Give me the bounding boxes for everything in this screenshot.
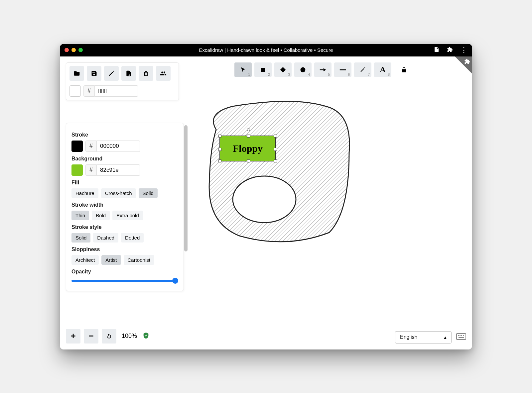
window-traffic-lights — [65, 48, 83, 52]
tool-freedraw[interactable]: 7 — [354, 62, 371, 77]
kebab-menu-icon[interactable]: ⋮ — [460, 46, 467, 54]
fill-solid[interactable]: Solid — [139, 188, 158, 198]
slop-cartoonist[interactable]: Cartoonist — [124, 255, 154, 265]
file-ops-panel: # — [66, 62, 179, 100]
svg-rect-8 — [461, 335, 462, 336]
tool-diamond[interactable]: 3 — [274, 62, 292, 77]
zoom-level: 100% — [122, 333, 137, 340]
svg-point-1 — [300, 67, 305, 72]
minimize-window-button[interactable] — [71, 48, 76, 52]
background-color-input[interactable] — [97, 164, 140, 176]
file-icon[interactable] — [434, 47, 440, 54]
fill-hachure[interactable]: Hachure — [71, 188, 98, 198]
tool-selection[interactable]: 1 — [234, 62, 252, 77]
app-surface: 1 2 3 4 5 6 7 — [60, 56, 472, 349]
slop-architect[interactable]: Architect — [71, 255, 99, 265]
svg-rect-5 — [457, 334, 466, 340]
language-select[interactable]: English ▴ — [395, 331, 452, 344]
close-window-button[interactable] — [65, 48, 69, 52]
chevron-up-icon: ▴ — [444, 334, 447, 341]
svg-point-4 — [233, 176, 296, 223]
selected-element[interactable]: Floppy — [219, 136, 276, 161]
tool-ellipse[interactable]: 4 — [294, 62, 312, 77]
sw-extrabold[interactable]: Extra bold — [112, 211, 143, 220]
canvas[interactable]: Floppy — [186, 93, 359, 250]
shape-toolbar: 1 2 3 4 5 6 7 — [234, 62, 410, 77]
svg-rect-6 — [458, 335, 459, 336]
app-window: Excalidraw | Hand-drawn look & feel • Co… — [60, 44, 472, 349]
save-as-button[interactable] — [104, 66, 119, 81]
tool-rectangle[interactable]: 2 — [254, 62, 272, 77]
export-button[interactable] — [121, 66, 136, 81]
keyboard-shortcuts-icon[interactable] — [456, 333, 466, 342]
element-text: Floppy — [233, 143, 263, 154]
sloppiness-options: Architect Artist Cartoonist — [71, 255, 178, 265]
fill-heading: Fill — [71, 180, 178, 186]
lock-button[interactable] — [398, 64, 410, 76]
open-button[interactable] — [69, 66, 84, 81]
slop-artist[interactable]: Artist — [101, 255, 121, 265]
zoom-controls: + − 100% — [66, 329, 150, 344]
opacity-slider[interactable] — [71, 277, 178, 284]
titlebar: Excalidraw | Hand-drawn look & feel • Co… — [60, 44, 472, 56]
extension-icon[interactable] — [447, 47, 453, 54]
svg-rect-10 — [459, 337, 464, 338]
svg-rect-9 — [463, 335, 464, 336]
zoom-out-button[interactable]: − — [84, 329, 98, 344]
bottom-right-controls: English ▴ — [395, 331, 466, 344]
stroke-style-options: Solid Dashed Dotted — [71, 233, 178, 243]
tool-line[interactable]: 6 — [334, 62, 351, 77]
properties-panel: Stroke # Background # Fill Hachure Cros — [66, 123, 184, 291]
ss-dotted[interactable]: Dotted — [121, 233, 144, 243]
background-color-swatch[interactable] — [71, 164, 83, 176]
stroke-style-heading: Stroke style — [71, 224, 178, 230]
opacity-heading: Opacity — [71, 269, 178, 275]
hash-label: # — [83, 85, 95, 97]
encrypted-icon — [142, 332, 150, 341]
clear-button[interactable] — [139, 66, 153, 81]
stroke-width-heading: Stroke width — [71, 202, 178, 208]
background-heading: Background — [71, 156, 178, 162]
ss-dashed[interactable]: Dashed — [93, 233, 118, 243]
ss-solid[interactable]: Solid — [71, 233, 90, 243]
stroke-heading: Stroke — [71, 132, 178, 138]
sw-bold[interactable]: Bold — [92, 211, 110, 220]
svg-rect-0 — [261, 68, 265, 72]
github-corner[interactable] — [455, 56, 472, 74]
collaborate-button[interactable] — [156, 66, 171, 81]
window-title: Excalidraw | Hand-drawn look & feel • Co… — [60, 47, 472, 53]
fill-options: Hachure Cross-hatch Solid — [71, 188, 178, 198]
canvas-color-swatch[interactable] — [69, 85, 81, 97]
fill-crosshatch[interactable]: Cross-hatch — [101, 188, 136, 198]
stroke-color-swatch[interactable] — [71, 141, 83, 152]
sw-thin[interactable]: Thin — [71, 211, 89, 220]
stroke-width-options: Thin Bold Extra bold — [71, 211, 178, 220]
canvas-color-input[interactable] — [95, 85, 138, 97]
stroke-color-input[interactable] — [97, 141, 140, 152]
tool-arrow[interactable]: 5 — [314, 62, 332, 77]
tool-text[interactable]: A 8 — [374, 62, 391, 77]
zoom-reset-button[interactable] — [102, 329, 116, 344]
save-button[interactable] — [87, 66, 101, 81]
svg-rect-7 — [460, 335, 461, 336]
maximize-window-button[interactable] — [78, 48, 83, 52]
zoom-in-button[interactable]: + — [66, 329, 80, 344]
sloppiness-heading: Sloppiness — [71, 246, 178, 252]
